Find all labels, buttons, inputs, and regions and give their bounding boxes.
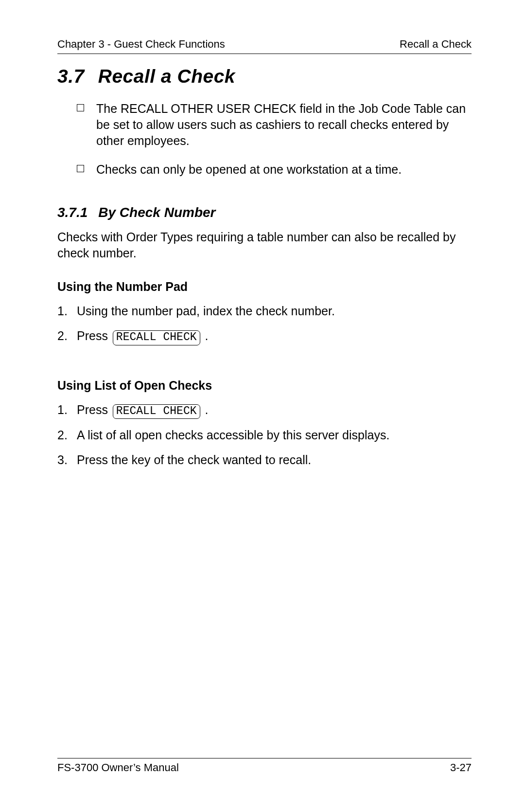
page-header: Chapter 3 - Guest Check Functions Recall… xyxy=(57,38,472,54)
block1-heading: Using the Number Pad xyxy=(57,280,472,294)
section-title-text: Recall a Check xyxy=(98,66,235,87)
header-right: Recall a Check xyxy=(400,38,472,51)
bullet-item: The RECALL OTHER USER CHECK field in the… xyxy=(77,101,472,149)
step-prefix: Press xyxy=(77,329,111,343)
bullet-list: The RECALL OTHER USER CHECK field in the… xyxy=(57,101,472,178)
page-container: Chapter 3 - Guest Check Functions Recall… xyxy=(0,0,525,812)
section-title: 3.7Recall a Check xyxy=(57,66,472,87)
footer-left: FS-3700 Owner’s Manual xyxy=(57,761,179,774)
section-number: 3.7 xyxy=(57,66,85,87)
block2-heading: Using List of Open Checks xyxy=(57,379,472,393)
keycap-recall-check: RECALL CHECK xyxy=(113,330,200,345)
subsection-intro: Checks with Order Types requiring a tabl… xyxy=(57,229,472,261)
keycap-recall-check: RECALL CHECK xyxy=(113,404,200,419)
bullet-item: Checks can only be opened at one worksta… xyxy=(77,162,472,178)
footer-right: 3-27 xyxy=(450,761,472,774)
list-item: Press RECALL CHECK . xyxy=(57,401,472,419)
subsection-number: 3.7.1 xyxy=(57,205,88,220)
block-open-checks: Using List of Open Checks Press RECALL C… xyxy=(57,379,472,469)
block2-list: Press RECALL CHECK . A list of all open … xyxy=(57,401,472,469)
subsection-title-text: By Check Number xyxy=(98,205,215,220)
header-left: Chapter 3 - Guest Check Functions xyxy=(57,38,225,51)
block1-list: Using the number pad, index the check nu… xyxy=(57,303,472,345)
block-number-pad: Using the Number Pad Using the number pa… xyxy=(57,280,472,345)
list-item: Press the key of the check wanted to rec… xyxy=(57,451,472,469)
step-suffix: . xyxy=(202,403,209,416)
list-item: Press RECALL CHECK . xyxy=(57,327,472,345)
step-suffix: . xyxy=(202,329,209,343)
list-item: A list of all open checks accessible by … xyxy=(57,427,472,444)
page-footer: FS-3700 Owner’s Manual 3-27 xyxy=(57,758,472,774)
step-prefix: Press xyxy=(77,403,111,416)
list-item: Using the number pad, index the check nu… xyxy=(57,303,472,320)
subsection-title: 3.7.1By Check Number xyxy=(57,205,472,220)
